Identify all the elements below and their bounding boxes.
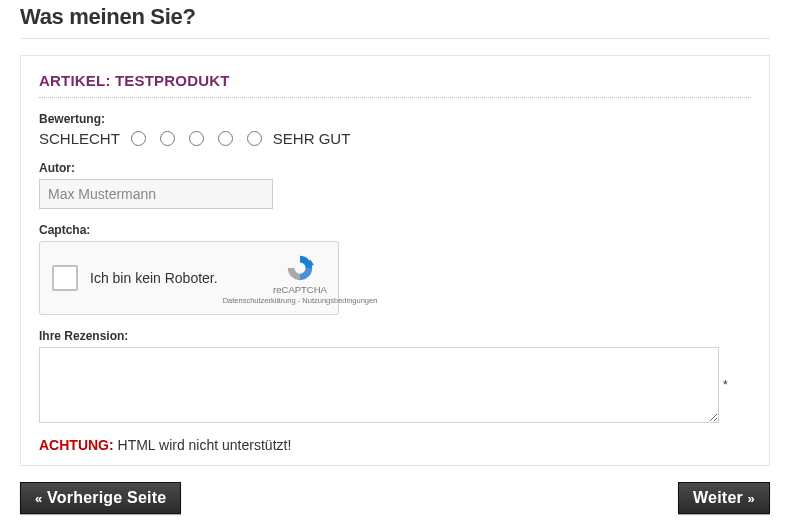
article-heading: ARTIKEL: TESTPRODUKT [39,72,751,98]
author-field: Autor: [39,161,751,209]
recaptcha-brand: reCAPTCHA [273,284,327,295]
recaptcha-links: Datenschutzerklärung - Nutzungsbedingung… [223,296,378,305]
recaptcha-privacy-link[interactable]: Datenschutzerklärung [223,296,296,305]
review-form-card: ARTIKEL: TESTPRODUKT Bewertung: SCHLECHT… [20,55,770,466]
review-label: Ihre Rezension: [39,329,751,343]
captcha-field: Captcha: Ich bin kein Roboter. reCAPTCHA [39,223,751,315]
rating-low-text: SCHLECHT [39,130,120,147]
warning-label: ACHTUNG: [39,437,114,453]
recaptcha-checkbox[interactable] [52,265,78,291]
author-label: Autor: [39,161,751,175]
rating-label: Bewertung: [39,112,751,126]
rating-radio-5[interactable] [247,131,262,146]
review-textarea[interactable] [39,347,719,423]
rating-row: SCHLECHT SEHR GUT [39,130,751,147]
button-row: « Vorherige Seite Weiter » [20,482,770,514]
rating-high-text: SEHR GUT [273,130,351,147]
chevron-right-icon: » [748,491,755,506]
recaptcha-terms-link[interactable]: Nutzungsbedingungen [302,296,377,305]
rating-radio-3[interactable] [189,131,204,146]
recaptcha-text: Ich bin kein Roboter. [90,270,218,286]
page-title: Was meinen Sie? [20,0,770,39]
prev-page-label: Vorherige Seite [47,489,166,506]
rating-field: Bewertung: SCHLECHT SEHR GUT [39,112,751,147]
rating-radio-2[interactable] [160,131,175,146]
author-input[interactable] [39,179,273,209]
prev-page-button[interactable]: « Vorherige Seite [20,482,181,514]
review-field: Ihre Rezension: * [39,329,751,423]
warning-text: HTML wird nicht unterstützt! [114,437,292,453]
required-mark: * [723,378,728,392]
warning-row: ACHTUNG: HTML wird nicht unterstützt! [39,437,751,453]
recaptcha-widget: Ich bin kein Roboter. reCAPTCHA Datensch… [39,241,339,315]
next-button[interactable]: Weiter » [678,482,770,514]
rating-radio-1[interactable] [131,131,146,146]
rating-radio-4[interactable] [218,131,233,146]
chevron-left-icon: « [35,491,42,506]
recaptcha-icon [285,253,315,283]
next-label: Weiter [693,489,743,506]
captcha-label: Captcha: [39,223,751,237]
